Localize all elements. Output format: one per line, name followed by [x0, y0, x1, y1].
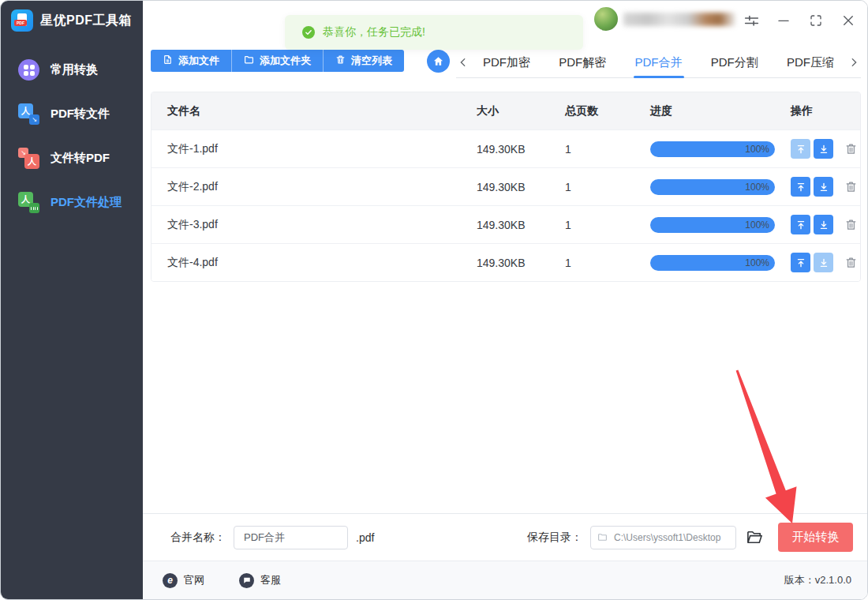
footer-link-support[interactable]: 客服 [239, 573, 281, 588]
tab-pdf-decrypt[interactable]: PDF解密 [551, 48, 614, 77]
upload-icon[interactable] [791, 215, 810, 234]
tabs-scroll-left-icon[interactable] [456, 57, 470, 68]
row-actions [781, 215, 860, 234]
column-header: 操作 [781, 104, 860, 118]
sidebar: PDF 星优PDF工具箱 常用转换 人↘ PDF转文件 ↘人 文件转PDF 人 … [1, 1, 143, 599]
globe-icon: e [163, 573, 178, 588]
file-size: 149.30KB [467, 181, 556, 193]
file-name: 文件-3.pdf [152, 218, 467, 232]
download-icon[interactable] [814, 139, 833, 159]
tabs-scroll-right-icon[interactable] [847, 57, 861, 68]
row-actions [781, 253, 860, 272]
delete-row-icon[interactable] [841, 215, 860, 234]
tab-bar: PDF加密PDF解密PDF合并PDF分割PDF压缩 [456, 47, 861, 78]
sidebar-menu: 常用转换 人↘ PDF转文件 ↘人 文件转PDF 人 PDF文件处理 [1, 47, 143, 224]
add-folder-button[interactable]: 添加文件夹 [231, 50, 323, 72]
file-toolbar: 添加文件 添加文件夹 清空列表 [151, 50, 404, 72]
user-name-redacted [623, 13, 735, 26]
add-file-button[interactable]: 添加文件 [151, 50, 231, 72]
tab-list: PDF加密PDF解密PDF合并PDF分割PDF压缩 [470, 48, 847, 77]
user-avatar[interactable] [594, 7, 618, 31]
sidebar-item-file-to-pdf[interactable]: ↘人 文件转PDF [1, 136, 143, 180]
home-button[interactable] [427, 50, 450, 73]
chat-icon [239, 573, 254, 588]
sidebar-item-pdf-processing[interactable]: 人 PDF文件处理 [1, 180, 143, 224]
delete-row-icon[interactable] [841, 253, 860, 272]
progress-bar: 100% [650, 141, 775, 157]
page-count: 1 [556, 219, 641, 231]
extension-suffix: .pdf [356, 531, 374, 544]
success-toast: 恭喜你，任务已完成! [285, 15, 583, 50]
table-row: 文件-1.pdf 149.30KB 1 100% [152, 129, 860, 167]
success-check-icon [302, 26, 315, 39]
footer-link-official-site[interactable]: e 官网 [163, 573, 204, 588]
trash-icon [335, 54, 346, 67]
folder-add-icon [244, 54, 254, 67]
table-row: 文件-4.pdf 149.30KB 1 100% [152, 243, 860, 281]
table-row: 文件-2.pdf 149.30KB 1 100% [152, 167, 860, 205]
app-logo-icon: PDF [11, 9, 33, 32]
file-to-pdf-icon: ↘人 [18, 147, 40, 169]
progress-bar: 100% [650, 179, 775, 195]
file-name: 文件-1.pdf [152, 142, 467, 156]
download-icon[interactable] [814, 177, 833, 197]
progress-cell: 100% [641, 217, 781, 233]
upload-icon[interactable] [791, 253, 810, 272]
tab-pdf-compress[interactable]: PDF压缩 [779, 48, 842, 77]
tab-pdf-split[interactable]: PDF分割 [703, 48, 766, 77]
save-dir-input-box [590, 526, 736, 549]
delete-row-icon[interactable] [841, 139, 860, 159]
row-actions [781, 139, 860, 159]
file-add-icon [163, 54, 173, 67]
maximize-button[interactable] [807, 12, 825, 29]
start-convert-button[interactable]: 开始转换 [778, 523, 853, 552]
sidebar-item-label: PDF转文件 [51, 107, 110, 122]
save-dir-input[interactable] [612, 531, 729, 544]
file-size: 149.30KB [467, 219, 556, 231]
download-icon[interactable] [814, 215, 833, 234]
page-count: 1 [556, 143, 641, 156]
file-size: 149.30KB [467, 143, 556, 156]
minimize-button[interactable] [775, 12, 792, 29]
sidebar-item-common-convert[interactable]: 常用转换 [1, 47, 143, 92]
browse-folder-icon[interactable] [744, 527, 765, 548]
file-table: 文件名大小总页数进度操作 文件-1.pdf 149.30KB 1 100% 文件… [151, 92, 861, 282]
tab-pdf-merge[interactable]: PDF合并 [627, 48, 690, 77]
file-name: 文件-4.pdf [152, 256, 467, 270]
merge-name-input[interactable] [234, 526, 348, 549]
progress-label: 100% [745, 144, 769, 155]
app-logo-row: PDF 星优PDF工具箱 [1, 1, 143, 39]
upload-icon[interactable] [791, 139, 810, 159]
sidebar-item-pdf-to-file[interactable]: 人↘ PDF转文件 [1, 92, 143, 136]
progress-cell: 100% [641, 141, 781, 157]
app-title: 星优PDF工具箱 [40, 13, 132, 29]
column-header: 文件名 [152, 104, 467, 118]
file-size: 149.30KB [467, 257, 556, 269]
app-window: PDF 星优PDF工具箱 常用转换 人↘ PDF转文件 ↘人 文件转PDF 人 … [0, 0, 868, 600]
bottom-action-bar: 合并名称： .pdf 保存目录： 开始转换 [143, 513, 868, 561]
progress-bar: 100% [650, 217, 775, 233]
merge-name-label: 合并名称： [170, 531, 226, 545]
progress-label: 100% [745, 182, 769, 193]
user-account[interactable] [594, 7, 735, 31]
column-header: 总页数 [556, 104, 641, 118]
page-count: 1 [556, 257, 641, 269]
upload-icon[interactable] [791, 177, 810, 197]
table-row: 文件-3.pdf 149.30KB 1 100% [152, 205, 860, 243]
toast-message: 恭喜你，任务已完成! [323, 25, 425, 39]
delete-row-icon[interactable] [841, 177, 860, 197]
sidebar-item-label: 常用转换 [51, 62, 98, 77]
clear-list-button[interactable]: 清空列表 [323, 50, 404, 72]
close-button[interactable] [840, 12, 857, 29]
column-header: 大小 [467, 104, 556, 118]
settings-sliders-icon[interactable] [743, 12, 760, 29]
footer: e 官网 客服 版本：v2.1.0.0 [143, 561, 868, 599]
page-count: 1 [556, 181, 641, 193]
download-icon[interactable] [814, 253, 833, 272]
small-folder-icon [597, 532, 608, 542]
save-dir-group: 保存目录： 开始转换 [527, 523, 853, 552]
tab-pdf-encrypt[interactable]: PDF加密 [475, 48, 538, 77]
save-dir-label: 保存目录： [527, 531, 582, 545]
progress-cell: 100% [641, 179, 781, 195]
version-label: 版本：v2.1.0.0 [784, 573, 851, 587]
